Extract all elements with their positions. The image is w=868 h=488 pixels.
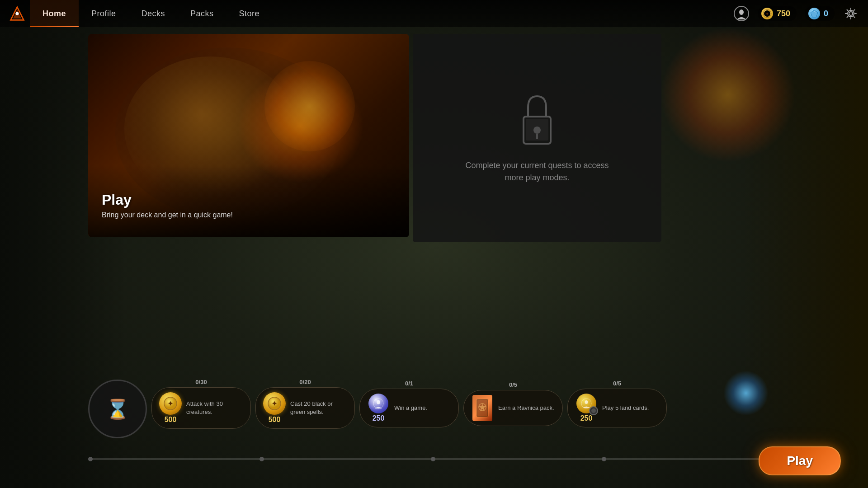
quest-attack-creatures[interactable]: 0/30 ✦ 500 Attack with 30 creatures. xyxy=(151,379,251,429)
locked-message: Complete your current quests to access m… xyxy=(465,160,609,184)
progress-track xyxy=(88,458,778,460)
quest-4-reward xyxy=(471,395,494,421)
tick-1 xyxy=(88,457,93,461)
lock-icon xyxy=(514,92,560,150)
quest-2-gold-icon: ✦ xyxy=(263,392,286,415)
quest-4-text: Earn a Ravnica pack. xyxy=(498,404,555,412)
quest-5-reward: 250 xyxy=(575,394,598,422)
quest-progress-1: 0/30 xyxy=(195,379,207,385)
tick-2 xyxy=(259,457,264,461)
quest-5-icon-wrapper xyxy=(576,394,596,413)
quest-5-pill: 250 Play 5 land cards. xyxy=(567,389,667,427)
tick-4 xyxy=(602,457,606,461)
planeswalker-icon xyxy=(734,6,749,21)
nav-tab-store[interactable]: Store xyxy=(226,0,273,27)
gold-amount: 750 xyxy=(777,9,790,19)
svg-point-27 xyxy=(591,408,596,413)
quest-progress-2: 0/20 xyxy=(299,379,311,385)
quest-play-lands[interactable]: 0/5 xyxy=(567,380,667,427)
quest-5-sub-icon xyxy=(589,406,598,415)
progress-ticks xyxy=(88,457,778,461)
play-card-primary[interactable]: Play Bring your deck and get in a quick … xyxy=(88,34,409,237)
svg-text:✦: ✦ xyxy=(168,400,173,407)
svg-text:✦: ✦ xyxy=(272,400,277,407)
nav-tab-home[interactable]: Home xyxy=(30,0,79,27)
svg-rect-23 xyxy=(477,400,487,416)
navbar: Home Profile Decks Packs Store xyxy=(0,0,868,27)
svg-point-26 xyxy=(585,400,588,404)
svg-point-2 xyxy=(15,12,19,15)
gems-amount: 0 xyxy=(824,9,828,19)
gem-icon xyxy=(808,8,820,19)
quest-3-text: Win a game. xyxy=(394,404,451,412)
quest-3-reward: 250 xyxy=(367,394,390,422)
timer-progress-label xyxy=(117,369,118,376)
quest-5-text: Play 5 land cards. xyxy=(602,404,659,412)
progress-bar-section xyxy=(88,458,778,460)
quest-1-text: Attack with 30 creatures. xyxy=(186,400,243,416)
quest-2-pill: ✦ 500 Cast 20 black or green spells. xyxy=(255,387,355,429)
quest-2-text: Cast 20 black or green spells. xyxy=(290,400,347,416)
nav-tab-packs[interactable]: Packs xyxy=(178,0,226,27)
play-card-secondary: Complete your current quests to access m… xyxy=(413,34,661,242)
play-card-title: Play xyxy=(102,192,233,208)
quest-3-pill: 250 Win a game. xyxy=(359,389,459,427)
play-card-subtitle: Bring your deck and get in a quick game! xyxy=(102,211,233,219)
gold-icon: ✦ xyxy=(761,8,773,19)
gems-currency[interactable]: 0 xyxy=(805,6,835,21)
settings-button[interactable] xyxy=(843,5,859,22)
svg-point-21 xyxy=(377,400,380,404)
quest-timer: ⌛ xyxy=(88,369,147,438)
planeswalker-reward-icon xyxy=(368,394,388,413)
lock-icon-svg xyxy=(514,92,560,150)
nav-right: ✦ 750 0 xyxy=(733,5,859,22)
quest-3-value: 250 xyxy=(373,414,385,422)
quest-1-value: 500 xyxy=(165,416,177,424)
mtg-logo-icon xyxy=(9,5,25,22)
gold-currency[interactable]: ✦ 750 xyxy=(758,6,797,21)
svg-rect-22 xyxy=(476,399,488,417)
svg-text:✦: ✦ xyxy=(765,12,769,16)
card-pack-icon xyxy=(472,395,492,421)
quest-1-gold-icon: ✦ xyxy=(159,392,182,415)
svg-rect-15 xyxy=(526,119,548,141)
planeswalker-icon-btn[interactable] xyxy=(733,5,750,22)
quest-progress-4: 0/5 xyxy=(509,381,517,388)
play-button[interactable]: Play xyxy=(759,446,841,475)
gear-icon xyxy=(844,7,857,20)
quest-4-pill: Earn a Ravnica pack. xyxy=(463,390,563,426)
quest-1-reward: ✦ 500 xyxy=(159,392,182,424)
play-cards-area: Play Bring your deck and get in a quick … xyxy=(88,34,661,242)
tick-3 xyxy=(431,457,435,461)
quest-win-game[interactable]: 0/1 250 Win a game. xyxy=(359,380,459,427)
quests-row: ⌛ 0/30 ✦ 500 Attack with 30 creatures. 0… xyxy=(88,369,859,438)
nav-tabs: Home Profile Decks Packs Store xyxy=(30,0,272,27)
quest-2-value: 500 xyxy=(269,416,281,424)
quest-cast-spells[interactable]: 0/20 ✦ 500 Cast 20 black or green spells… xyxy=(255,379,355,429)
quest-2-reward: ✦ 500 xyxy=(263,392,286,424)
hourglass-icon: ⌛ xyxy=(106,398,129,420)
quest-1-pill: ✦ 500 Attack with 30 creatures. xyxy=(151,387,251,429)
nav-tab-decks[interactable]: Decks xyxy=(129,0,178,27)
nav-tab-profile[interactable]: Profile xyxy=(79,0,129,27)
timer-circle: ⌛ xyxy=(88,380,147,438)
quest-progress-3: 0/1 xyxy=(405,380,413,387)
quest-card-pack[interactable]: 0/5 Earn a Ravnica pack. xyxy=(463,381,563,426)
play-button-label: Play xyxy=(787,454,813,468)
quest-progress-5: 0/5 xyxy=(613,380,621,387)
svg-point-10 xyxy=(849,12,853,15)
quest-5-value: 250 xyxy=(580,414,593,422)
nav-logo[interactable] xyxy=(9,5,25,22)
svg-point-4 xyxy=(739,9,744,15)
svg-point-24 xyxy=(479,404,486,411)
